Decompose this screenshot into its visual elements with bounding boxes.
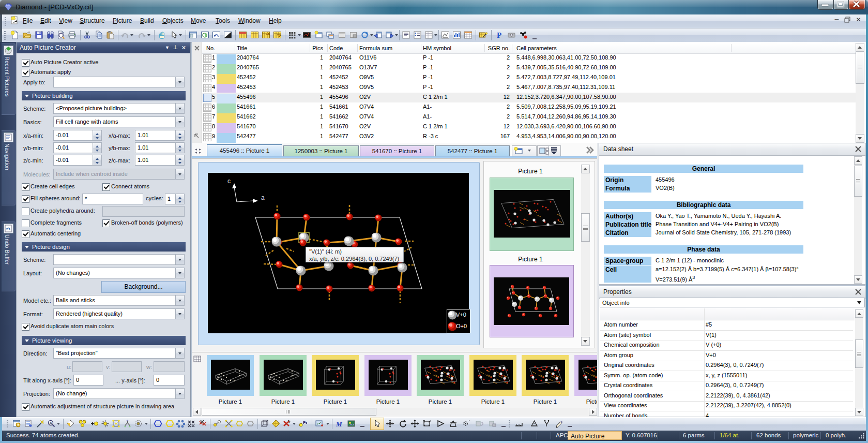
- svg-text:Fe: Fe: [303, 420, 307, 425]
- svg-text:c: c: [227, 178, 231, 185]
- svg-text:A: A: [50, 421, 53, 425]
- svg-text:P: P: [497, 31, 501, 39]
- svg-text:a: a: [261, 194, 265, 201]
- svg-text:M: M: [336, 420, 342, 428]
